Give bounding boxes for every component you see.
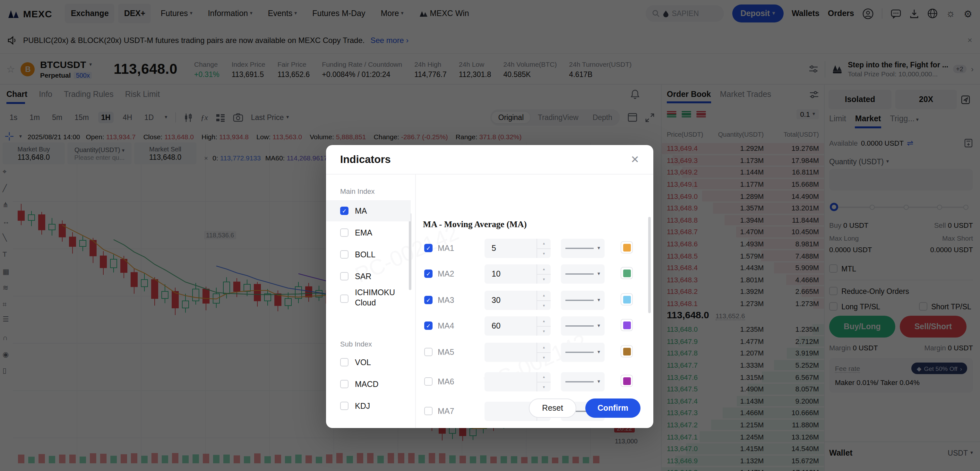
stepper[interactable]: ▲▼ xyxy=(536,239,550,258)
ma3-line-style-select[interactable]: ▾ xyxy=(561,291,605,310)
stepper-down-icon[interactable]: ▼ xyxy=(537,382,550,391)
stepper[interactable]: ▲▼ xyxy=(536,264,550,283)
ma2-line-style-select[interactable]: ▾ xyxy=(561,264,605,283)
ma1-checkbox[interactable]: ✓ xyxy=(424,244,433,252)
indicator-settings: MA - Moving Average (MA) Reset Confirm ✓… xyxy=(416,175,653,428)
indicator-checkbox[interactable] xyxy=(340,402,348,410)
swatch-color xyxy=(623,243,630,251)
ma6-checkbox[interactable] xyxy=(424,377,433,386)
ma4-checkbox[interactable]: ✓ xyxy=(424,321,433,330)
ma5-checkbox[interactable] xyxy=(424,348,433,356)
indicator-checkbox[interactable] xyxy=(340,294,348,302)
confirm-button[interactable]: Confirm xyxy=(585,398,641,418)
line-style-preview xyxy=(565,352,593,353)
ma4-period-input[interactable]: 60▲▼ xyxy=(485,317,550,336)
indicator-list-sidebar: Main Index✓MAEMABOLLSARICHIMOKU CloudSub… xyxy=(326,175,416,428)
chevron-down-icon: ▾ xyxy=(598,379,600,384)
period-value: 30 xyxy=(485,291,536,310)
line-style-preview xyxy=(565,326,593,327)
ma-config-row-ma3: ✓MA330▲▼▾ xyxy=(416,290,653,310)
ma1-color-swatch[interactable] xyxy=(620,241,633,253)
stepper-up-icon[interactable]: ▲ xyxy=(537,317,550,326)
sidebar-item-ema[interactable]: EMA xyxy=(326,222,411,243)
sidebar-item-boll[interactable]: BOLL xyxy=(326,244,411,265)
stepper-down-icon[interactable]: ▼ xyxy=(537,326,550,336)
sidebar-item-kdj[interactable]: KDJ xyxy=(326,395,411,417)
chevron-down-icon: ▾ xyxy=(598,246,600,251)
stepper-down-icon[interactable]: ▼ xyxy=(537,301,550,310)
indicators-modal: PC-002142 PC-002142 Indicators ✕ Main In… xyxy=(326,145,653,428)
period-value: 60 xyxy=(485,317,536,336)
chevron-down-icon: ▾ xyxy=(598,298,600,303)
indicator-checkbox[interactable] xyxy=(340,380,348,388)
line-style-preview xyxy=(565,248,593,249)
mexc-futures-page: MEXC ExchangeDEX+Futures▾Information▾Eve… xyxy=(0,0,980,471)
ma-row-label: MA7 xyxy=(438,407,454,416)
ma3-checkbox[interactable]: ✓ xyxy=(424,296,433,304)
chevron-down-icon: ▾ xyxy=(598,271,600,277)
ma7-checkbox[interactable] xyxy=(424,407,433,415)
ma1-period-input[interactable]: 5▲▼ xyxy=(485,239,550,258)
indicator-checkbox[interactable] xyxy=(340,228,348,237)
stepper-up-icon[interactable]: ▲ xyxy=(537,239,550,249)
stepper-down-icon[interactable]: ▼ xyxy=(537,274,550,283)
stepper-up-icon[interactable]: ▲ xyxy=(537,291,550,301)
stepper-up-icon[interactable]: ▲ xyxy=(537,264,550,274)
ma-row-label: MA1 xyxy=(438,244,454,253)
ma-row-label: MA6 xyxy=(438,377,454,386)
stepper[interactable]: ▲▼ xyxy=(536,372,550,391)
sidebar-item-ma[interactable]: ✓MA xyxy=(326,200,411,221)
modal-title: Indicators xyxy=(340,153,391,165)
stepper[interactable]: ▲▼ xyxy=(536,317,550,336)
ma-config-row-ma4: ✓MA460▲▼▾ xyxy=(416,316,653,336)
ma4-color-swatch[interactable] xyxy=(620,319,633,331)
indicator-checkbox[interactable]: ✓ xyxy=(340,207,348,215)
sidebar-item-vol[interactable]: VOL xyxy=(326,352,411,373)
ma2-checkbox[interactable]: ✓ xyxy=(424,269,433,278)
ma2-period-input[interactable]: 10▲▼ xyxy=(485,264,550,283)
ma-config-row-ma2: ✓MA210▲▼▾ xyxy=(416,264,653,284)
stepper[interactable]: ▲▼ xyxy=(536,291,550,310)
ma-row-label: MA5 xyxy=(438,348,454,357)
ma6-period-input[interactable]: ▲▼ xyxy=(485,372,550,391)
indicator-checkbox[interactable] xyxy=(340,250,348,259)
period-value: 5 xyxy=(485,239,536,258)
ma2-color-swatch[interactable] xyxy=(620,267,633,279)
ma6-line-style-select[interactable]: ▾ xyxy=(561,372,605,391)
stepper-up-icon[interactable]: ▲ xyxy=(537,372,550,382)
line-style-preview xyxy=(565,274,593,275)
ma-row-label: MA2 xyxy=(438,269,454,278)
sidebar-item-ichimoku-cloud[interactable]: ICHIMOKU Cloud xyxy=(326,283,411,313)
ma5-period-input[interactable]: ▲▼ xyxy=(485,343,550,362)
indicator-checkbox[interactable] xyxy=(340,272,348,280)
ma3-color-swatch[interactable] xyxy=(620,293,633,306)
sidebar-item-macd[interactable]: MACD xyxy=(326,374,411,395)
ma4-line-style-select[interactable]: ▾ xyxy=(561,317,605,336)
sidebar-item-label: MACD xyxy=(355,380,379,388)
stepper-up-icon[interactable]: ▲ xyxy=(537,343,550,353)
ma1-line-style-select[interactable]: ▾ xyxy=(561,239,605,258)
chevron-down-icon: ▾ xyxy=(598,350,600,355)
main-index-heading: Main Index xyxy=(340,188,375,195)
ma5-line-style-select[interactable]: ▾ xyxy=(561,343,605,362)
reset-button[interactable]: Reset xyxy=(529,398,576,418)
stepper-down-icon[interactable]: ▼ xyxy=(537,249,550,258)
sidebar-item-label: SAR xyxy=(355,272,371,281)
sidebar-item-label: BOLL xyxy=(355,250,375,259)
modal-close-icon[interactable]: ✕ xyxy=(630,153,639,165)
ma5-color-swatch[interactable] xyxy=(620,345,633,357)
section-title: MA - Moving Average (MA) xyxy=(423,220,527,230)
stepper[interactable]: ▲▼ xyxy=(536,343,550,362)
period-value: 10 xyxy=(485,264,536,283)
sidebar-item-label: EMA xyxy=(355,228,372,237)
sidebar-item-label: KDJ xyxy=(355,401,370,411)
ma-config-row-ma6: MA6▲▼▾ xyxy=(416,372,653,392)
period-value xyxy=(485,343,536,362)
modal-header: Indicators ✕ xyxy=(326,145,653,175)
stepper-down-icon[interactable]: ▼ xyxy=(537,353,550,362)
indicator-checkbox[interactable] xyxy=(340,358,348,366)
ma3-period-input[interactable]: 30▲▼ xyxy=(485,291,550,310)
ma-config-row-ma1: ✓MA15▲▼▾ xyxy=(416,238,653,259)
line-style-preview xyxy=(565,300,593,301)
ma6-color-swatch[interactable] xyxy=(620,375,633,387)
